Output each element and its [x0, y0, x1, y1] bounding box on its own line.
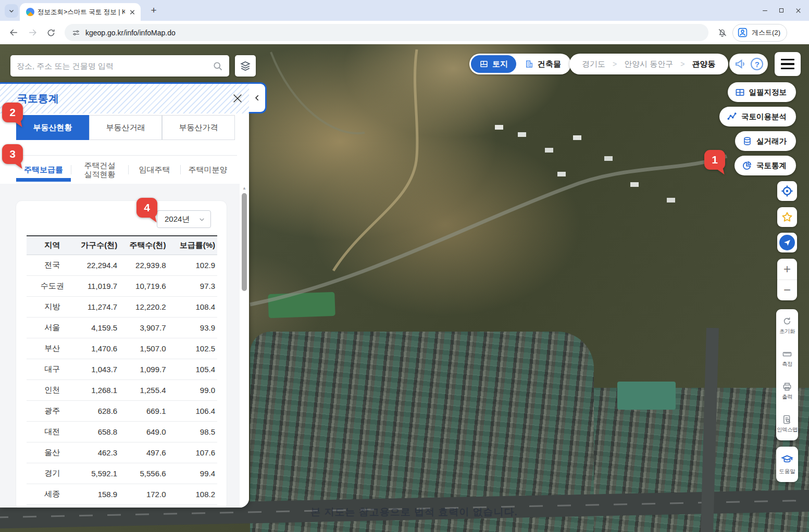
back-arrow-icon [9, 28, 19, 37]
megaphone-icon[interactable] [734, 58, 746, 70]
url-bar[interactable]: kgeop.go.kr/info/infoMap.do [65, 24, 708, 41]
households-cell: 628.6 [78, 400, 117, 421]
supply-rate-cell: 99.0 [166, 379, 217, 400]
url-text: kgeop.go.kr/info/infoMap.do [85, 29, 176, 37]
breadcrumb-item[interactable]: 안양시 동안구 [624, 59, 673, 69]
help-button[interactable]: 도움말 [776, 447, 798, 482]
table-row: 인천1,268.11,255.499.0 [27, 379, 217, 400]
households-cell: 22,294.4 [78, 255, 117, 275]
step-badge-4: 4 [136, 198, 157, 218]
help-icon[interactable]: ? [751, 58, 763, 70]
breadcrumb-item[interactable]: 관양동 [692, 59, 716, 69]
land-statistics-panel: 국토통계 부동산현황부동산거래부동산가격 주택보급률주택건설 실적현황임대주택주… [0, 82, 249, 508]
parcel-info-button[interactable]: 일필지정보 [728, 82, 796, 102]
chevron-down-icon [198, 216, 205, 223]
forward-button[interactable] [25, 26, 40, 40]
region-cell: 인천 [27, 379, 78, 400]
region-cell: 대전 [27, 421, 78, 442]
table-header: 지역가구수(천)주택수(천)보급률(%) [27, 236, 217, 255]
notifications-blocked-button[interactable] [715, 26, 729, 40]
houses-cell: 10,719.6 [117, 275, 166, 296]
panel-collapse-button[interactable] [249, 82, 267, 113]
new-tab-button[interactable]: + [148, 5, 159, 16]
subtab-housing-construction[interactable]: 주택건설 실적현황 [71, 158, 128, 182]
favorites-button[interactable] [777, 207, 797, 227]
subtab-rental-housing[interactable]: 임대주택 [129, 158, 180, 182]
region-cell: 경기 [27, 463, 78, 484]
zoom-out-button[interactable]: − [777, 280, 797, 301]
browser-profile-button[interactable]: 게스트(2) [732, 24, 787, 42]
tab-real-estate-price[interactable]: 부동산가격 [162, 115, 235, 140]
houses-cell: 1,255.4 [117, 379, 166, 400]
scrollbar-thumb[interactable] [242, 193, 247, 291]
houses-cell: 649.0 [117, 421, 166, 442]
current-location-button[interactable] [777, 181, 797, 201]
year-select[interactable]: 2024년 [157, 210, 211, 228]
region-cell: 수도권 [27, 275, 78, 296]
tab-search-button[interactable] [5, 4, 18, 18]
indexmap-button[interactable]: 인덱스맵 [776, 408, 798, 440]
zoom-in-button[interactable]: + [777, 259, 797, 280]
map-search-box[interactable] [10, 55, 229, 77]
table-row: 지방11,274.712,220.2108.4 [27, 296, 217, 317]
land-parcel-icon [479, 59, 489, 69]
search-input[interactable] [17, 61, 213, 70]
year-select-value: 2024년 [165, 214, 190, 224]
table-row: 부산1,470.61,507.0102.5 [27, 338, 217, 359]
reload-icon [46, 28, 56, 37]
scroll-up-arrow-icon[interactable]: ▲ [240, 184, 249, 191]
search-icon[interactable] [213, 61, 223, 71]
tab-real-estate-status[interactable]: 부동산현황 [16, 115, 89, 140]
divider [18, 155, 237, 156]
subtab-unsold-housing[interactable]: 주택미분양 [181, 158, 235, 182]
breadcrumb-item[interactable]: 경기도 [582, 59, 605, 69]
table-row: 경기5,592.15,556.699.4 [27, 463, 217, 484]
column-header: 주택수(천) [117, 236, 166, 255]
browser-tab[interactable]: 정보조회>스마트 국토 정보 | K [20, 3, 141, 21]
panel-scrollbar[interactable]: ▲ [240, 184, 249, 508]
measure-button[interactable]: 측정 [776, 342, 798, 375]
column-header: 보급률(%) [166, 236, 217, 255]
building-mode-button[interactable]: 건축물 [516, 55, 569, 73]
real-transaction-price-button[interactable]: 실거래가 [735, 131, 796, 151]
table-row: 세종158.9172.0108.2 [27, 484, 217, 504]
window-minimize-button[interactable] [757, 4, 773, 17]
reset-button[interactable]: 초기화 [776, 309, 798, 342]
land-statistics-button[interactable]: 국토통계 [735, 156, 796, 175]
subtab-housing-supply-rate[interactable]: 주택보급률 [16, 158, 71, 182]
site-settings-icon[interactable] [72, 29, 80, 37]
supply-rate-cell: 108.4 [166, 296, 217, 317]
tab-close-icon[interactable] [128, 8, 136, 16]
tab-real-estate-transaction[interactable]: 부동산거래 [89, 115, 162, 140]
supply-rate-cell: 106.4 [166, 400, 217, 421]
tool-label: 인덱스맵 [777, 426, 798, 434]
supply-rate-cell: 102.5 [166, 338, 217, 359]
map-watermark: 본 지도는 참고용으로 법적 효력이 없습니다. [302, 505, 526, 519]
window-maximize-button[interactable] [774, 4, 789, 17]
building-mode-label: 건축물 [538, 59, 561, 69]
region-cell: 대구 [27, 359, 78, 379]
panel-close-button[interactable] [231, 92, 244, 105]
land-use-analysis-button[interactable]: 국토이용분석 [719, 107, 796, 126]
land-mode-label: 토지 [492, 59, 508, 69]
browser-menu-button[interactable] [790, 26, 805, 40]
table-row: 전국22,294.422,939.8102.9 [27, 255, 217, 275]
window-close-button[interactable] [790, 4, 806, 17]
roadview-button[interactable] [777, 233, 797, 252]
building-icon [525, 59, 534, 69]
tool-label: 출력 [782, 394, 792, 401]
graduation-cap-icon [781, 453, 793, 466]
supply-rate-cell: 105.4 [166, 359, 217, 379]
supply-rate-cell: 97.3 [166, 275, 217, 296]
back-button[interactable] [6, 26, 21, 40]
houses-cell: 1,507.0 [117, 338, 166, 359]
supply-rate-cell: 108.2 [166, 484, 217, 504]
map-layers-button[interactable] [235, 55, 256, 77]
print-button[interactable]: 출력 [776, 375, 798, 408]
map-tool-stack: 초기화측정출력인덱스맵 [776, 309, 798, 440]
reload-button[interactable] [44, 26, 58, 40]
supply-rate-cell: 102.9 [166, 255, 217, 275]
supply-rate-cell: 107.6 [166, 442, 217, 463]
main-menu-button[interactable] [775, 52, 801, 76]
land-mode-button[interactable]: 토지 [471, 55, 516, 73]
